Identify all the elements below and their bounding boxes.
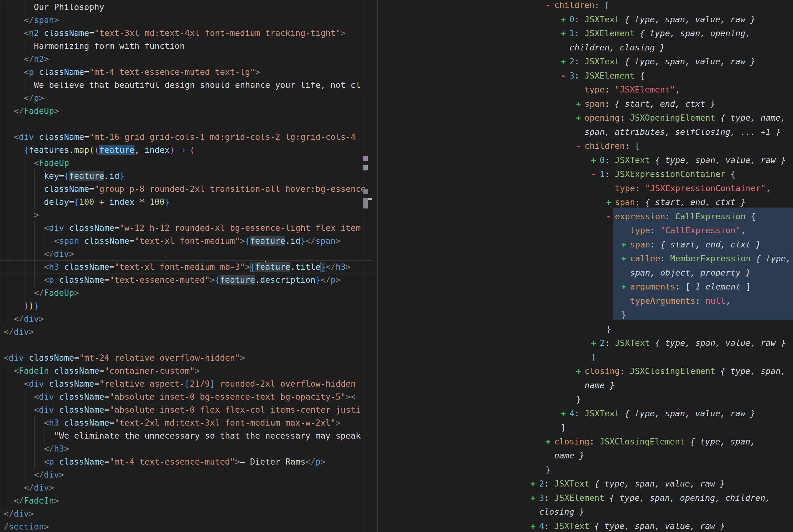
ast-node-type[interactable]: JSXClosingElement <box>630 366 715 376</box>
ast-line[interactable]: ] <box>377 420 793 435</box>
code-line[interactable]: <p className="mt-4 text-essence-muted te… <box>0 65 373 79</box>
code-line[interactable]: {features.map((feature, index) ⇒ ( <box>0 144 373 156</box>
ast-node-type[interactable]: MemberExpression <box>670 254 751 263</box>
ast-line[interactable]: type: "CallExpression", <box>377 223 793 238</box>
expand-toggle-icon[interactable]: + <box>606 195 615 209</box>
ast-line[interactable]: +0: JSXText { type, span, value, raw } <box>377 12 793 26</box>
code-line[interactable]: </FadeUp> <box>0 104 373 117</box>
ast-line[interactable]: +span: { start, end, ctxt } <box>377 238 793 252</box>
ast-line[interactable]: children, closing } <box>377 40 793 55</box>
code-line[interactable]: </p> <box>0 92 373 104</box>
expand-toggle-icon[interactable]: + <box>530 519 539 532</box>
code-line[interactable]: Our Philosophy <box>0 1 373 14</box>
ast-node-type[interactable]: JSXText <box>615 155 650 165</box>
ast-node-type[interactable]: JSXExpressionContainer <box>615 169 726 179</box>
code-line[interactable]: <h3 className="text-2xl md:text-3xl font… <box>0 416 373 429</box>
ast-line[interactable]: +0: JSXText { type, span, value, raw } <box>377 153 793 167</box>
ast-node-type[interactable]: JSXText <box>615 338 650 348</box>
code-line[interactable]: </h3> <box>0 442 373 455</box>
ast-line[interactable]: +2: JSXText { type, span, value, raw } <box>377 54 793 69</box>
ast-line[interactable]: span, attributes, selfClosing, ... +1 } <box>377 125 793 139</box>
code-line[interactable]: We believe that beautiful design should … <box>0 79 373 92</box>
expand-toggle-icon[interactable]: + <box>561 12 569 26</box>
ast-line[interactable]: +arguments: [ 1 element ] <box>377 280 793 294</box>
expand-toggle-icon[interactable]: + <box>561 54 569 69</box>
code-line[interactable]: </div> <box>0 312 373 325</box>
code-line[interactable]: delay={100 + index * 100} <box>0 195 373 208</box>
ast-node-type[interactable]: JSXClosingElement <box>599 437 685 446</box>
expand-toggle-icon[interactable]: + <box>621 280 630 294</box>
ast-line[interactable]: ] <box>377 350 793 364</box>
ast-line[interactable]: +4: JSXText { type, span, value, raw } <box>377 519 793 532</box>
code-line[interactable]: <div className="absolute inset-0 bg-esse… <box>0 390 373 403</box>
code-line[interactable]: </div> <box>0 468 373 481</box>
code-line[interactable] <box>0 117 373 131</box>
ast-line[interactable]: +2: JSXText { type, span, value, raw } <box>377 336 793 350</box>
ast-tree-pane[interactable]: -children: [+0: JSXText { type, span, va… <box>377 0 793 532</box>
ast-line[interactable]: -1: JSXExpressionContainer { <box>377 167 793 181</box>
expand-toggle-icon[interactable]: + <box>576 111 584 125</box>
code-line[interactable]: </FadeIn> <box>0 494 373 507</box>
code-editor-pane[interactable]: Our Philosophy </span> <h2 className="te… <box>0 0 373 532</box>
collapse-toggle-icon[interactable]: - <box>561 69 569 83</box>
ast-node-type[interactable]: JSXElement <box>584 71 635 80</box>
ast-line[interactable]: -children: [ <box>377 139 793 153</box>
code-line-current[interactable]: <h3 className="text-xl font-medium mb-3"… <box>0 261 373 273</box>
ast-line[interactable]: -expression: CallExpression { <box>377 209 793 224</box>
code-line[interactable]: </h2> <box>0 53 373 65</box>
collapse-toggle-icon[interactable]: - <box>576 139 584 153</box>
expand-toggle-icon[interactable]: + <box>621 251 630 266</box>
ast-line[interactable]: +span: { start, end, ctxt } <box>377 195 793 209</box>
ast-line[interactable]: } <box>377 463 793 477</box>
ast-line[interactable]: +3: JSXElement { type, span, opening, ch… <box>377 491 793 505</box>
code-line[interactable]: <div className="mt-16 grid grid-cols-1 m… <box>0 131 373 144</box>
code-line[interactable]: "We eliminate the unnecessary so that th… <box>0 429 373 442</box>
code-line[interactable]: </div> <box>0 325 373 338</box>
ast-line[interactable]: closing } <box>377 505 793 519</box>
ast-line[interactable]: name } <box>377 449 793 463</box>
collapse-toggle-icon[interactable]: - <box>606 209 615 224</box>
expand-toggle-icon[interactable]: + <box>546 435 554 449</box>
code-line[interactable]: </div> <box>0 507 373 520</box>
ast-line[interactable]: -children: [ <box>377 0 793 12</box>
ast-line[interactable]: +4: JSXText { type, span, value, raw } <box>377 406 793 421</box>
ast-node-type[interactable]: JSXText <box>584 15 620 24</box>
code-line[interactable] <box>0 338 373 352</box>
ast-line[interactable]: } <box>377 322 793 336</box>
ast-node-type[interactable]: JSXText <box>584 57 620 66</box>
ast-line[interactable]: typeArguments: null, <box>377 294 793 308</box>
code-line[interactable]: <p className="text-essence-muted">{featu… <box>0 273 373 286</box>
ast-line[interactable]: type: "JSXExpressionContainer", <box>377 181 793 195</box>
code-line[interactable]: /section> <box>0 520 373 532</box>
ast-node-type[interactable]: JSXText <box>584 408 620 418</box>
code-line[interactable]: ))} <box>0 299 373 312</box>
expand-toggle-icon[interactable]: + <box>576 364 584 378</box>
ast-node-type[interactable]: JSXText <box>554 479 589 488</box>
code-line[interactable]: <FadeUp <box>0 156 373 170</box>
expand-toggle-icon[interactable]: + <box>561 406 569 421</box>
code-line[interactable]: <span className="text-xl font-medium">{f… <box>0 234 373 247</box>
ast-line[interactable]: span, object, property } <box>377 266 793 280</box>
code-line[interactable]: className="group p-8 rounded-2xl transit… <box>0 183 373 195</box>
ast-line[interactable]: +1: JSXElement { type, span, opening, <box>377 26 793 40</box>
expand-toggle-icon[interactable]: + <box>576 97 584 111</box>
ast-line[interactable]: +span: { start, end, ctxt } <box>377 97 793 111</box>
expand-toggle-icon[interactable]: + <box>621 238 630 252</box>
ast-line[interactable]: +closing: JSXClosingElement { type, span… <box>377 435 793 449</box>
expand-toggle-icon[interactable]: + <box>561 26 569 40</box>
expand-toggle-icon[interactable]: + <box>530 491 539 505</box>
collapse-toggle-icon[interactable]: - <box>591 167 600 181</box>
expand-toggle-icon[interactable]: + <box>591 153 600 167</box>
ast-line[interactable]: +closing: JSXClosingElement { type, span… <box>377 364 793 378</box>
code-line[interactable]: <FadeIn className="container-custom"> <box>0 364 373 377</box>
ast-node-type[interactable]: JSXOpeningElement <box>630 113 715 122</box>
code-line[interactable]: <div className="mt-24 relative overflow-… <box>0 352 373 364</box>
code-line[interactable]: </div> <box>0 481 373 494</box>
expand-toggle-icon[interactable]: + <box>530 477 539 491</box>
ast-node-type[interactable]: JSXElement <box>584 28 635 38</box>
ast-node-type[interactable]: CallExpression <box>675 212 746 221</box>
ast-line[interactable]: +callee: MemberExpression { type, <box>377 251 793 266</box>
ast-line[interactable]: +2: JSXText { type, span, value, raw } <box>377 477 793 491</box>
ast-node-type[interactable]: JSXElement <box>554 493 605 502</box>
code-line[interactable]: </span> <box>0 14 373 26</box>
